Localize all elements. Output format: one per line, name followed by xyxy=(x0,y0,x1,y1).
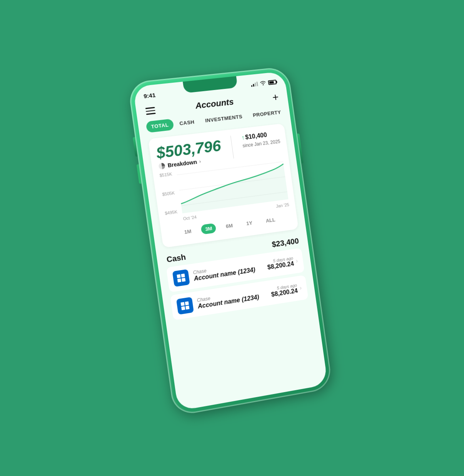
chart-x-label-end: Jan '25 xyxy=(276,202,289,208)
account-chevron-2: › xyxy=(299,284,302,291)
account-balance-info-2: 5 days ago $8,200.24 xyxy=(270,282,298,298)
time-btn-6m[interactable]: 6M xyxy=(221,220,237,232)
chart-y-label-high: $515K xyxy=(159,171,172,177)
time-btn-1m[interactable]: 1M xyxy=(180,225,196,237)
breakdown-label: Breakdown xyxy=(167,159,197,168)
status-time: 9:41 xyxy=(143,91,156,99)
phone-screen: 9:41 xyxy=(133,71,328,411)
hamburger-menu-button[interactable] xyxy=(145,107,156,115)
summary-card: $503,796 Breakdown › xyxy=(148,123,299,247)
phone-frame: 9:41 xyxy=(127,66,333,416)
chart-y-labels: $515K $505K $495K xyxy=(159,171,178,215)
svg-rect-5 xyxy=(181,273,185,277)
chart-y-label-low: $495K xyxy=(165,209,178,215)
cash-section-total: $23,400 xyxy=(271,236,299,249)
tab-cash[interactable]: CASH xyxy=(174,115,200,129)
svg-rect-8 xyxy=(180,302,184,306)
svg-rect-11 xyxy=(185,306,189,309)
status-icons xyxy=(251,79,277,87)
chase-logo-2 xyxy=(176,297,194,314)
card-left: $503,796 Breakdown › xyxy=(155,137,223,170)
account-chevron-1: › xyxy=(295,257,299,264)
add-account-button[interactable]: + xyxy=(272,92,279,103)
change-info: ↑$10,400 since Jan 23, 2025 xyxy=(241,130,280,149)
account-right-2: 5 days ago $8,200.24 › xyxy=(270,282,302,298)
time-btn-1y[interactable]: 1Y xyxy=(242,217,257,229)
page-title: Accounts xyxy=(195,97,234,111)
breakdown-chevron-icon: › xyxy=(199,159,201,164)
account-balance-info-1: 5 days ago $8,200.24 xyxy=(266,256,294,271)
up-arrow-icon: ↑ xyxy=(241,134,245,141)
time-btn-3m[interactable]: 3M xyxy=(201,223,217,234)
app-content: Accounts + TOTAL CASH INVESTMENTS PRO xyxy=(135,87,316,324)
card-divider xyxy=(230,135,234,158)
breakdown-pie-icon xyxy=(158,162,166,170)
time-btn-all[interactable]: ALL xyxy=(261,214,279,226)
account-info-2: Chase Account name (1234) xyxy=(197,287,267,310)
svg-rect-10 xyxy=(181,306,185,310)
svg-rect-9 xyxy=(185,301,189,305)
signal-icon xyxy=(251,82,258,87)
account-right-1: 5 days ago $8,200.24 › xyxy=(266,255,299,271)
svg-rect-6 xyxy=(177,278,181,282)
wifi-icon xyxy=(260,80,267,86)
chart-y-label-mid: $505K xyxy=(162,190,175,197)
chart-x-label-start: Oct '24 xyxy=(183,214,197,221)
svg-rect-4 xyxy=(177,274,180,278)
battery-icon xyxy=(268,79,277,85)
cash-section-title: Cash xyxy=(166,252,187,264)
svg-rect-7 xyxy=(182,277,185,281)
account-info-1: Chase Account name (1234) xyxy=(193,260,264,282)
phone-device: 9:41 xyxy=(127,66,333,416)
chase-logo-1 xyxy=(172,269,190,287)
